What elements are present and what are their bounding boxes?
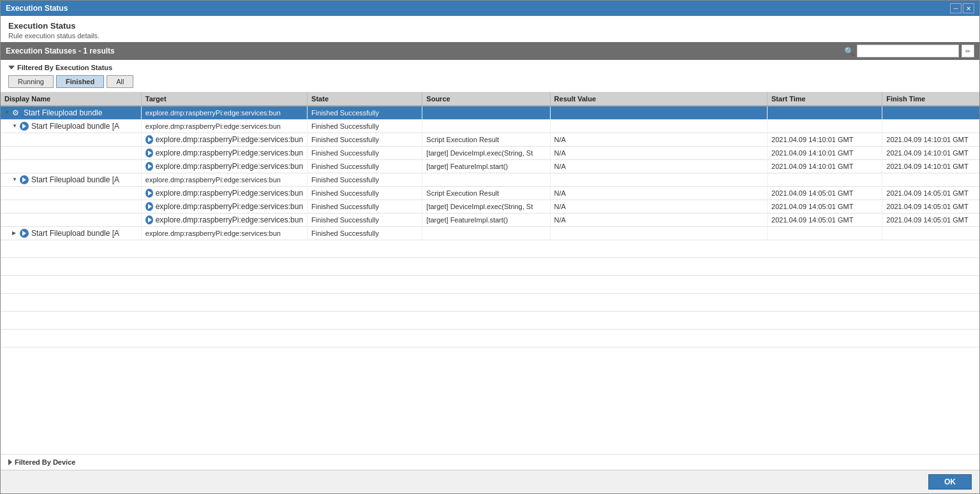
cell-finish (882, 173, 979, 187)
col-header-state: State (308, 92, 422, 106)
filter-label: Filtered By Execution Status (17, 64, 112, 71)
table-row-empty (1, 258, 979, 276)
cell-finish: 2021.04.09 14:10:01 GMT (882, 133, 979, 147)
table-row[interactable]: explore.dmp:raspberryPi:edge:services:bu… (1, 160, 979, 173)
cell-finish (882, 106, 979, 120)
window-body: Execution Status Rule execution status d… (1, 16, 979, 493)
row-display-text: Start Fileupload bundle [A (31, 122, 119, 131)
expand-arrow-icon[interactable]: ▼ (12, 123, 19, 129)
col-header-display: Display Name (1, 92, 141, 106)
cell-finish: 2021.04.09 14:05:01 GMT (882, 200, 979, 214)
cell-finish (882, 120, 979, 133)
cell-target: explore.dmp:raspberryPi:edge:services:bu… (141, 187, 307, 200)
table-row[interactable]: ▶ Start Fileupload bundle [A explore.dmp… (1, 227, 979, 240)
table-container: Display Name Target State Source Result … (1, 92, 979, 454)
cell-display: ▶ Start Fileupload bundle [A (1, 227, 141, 240)
cell-state: Finished Successfully (308, 106, 422, 120)
table-row[interactable]: explore.dmp:raspberryPi:edge:services:bu… (1, 133, 979, 147)
table-header-row: Display Name Target State Source Result … (1, 92, 979, 106)
cell-state: Finished Successfully (308, 160, 422, 173)
cell-result (550, 120, 767, 133)
execution-status-filter: Filtered By Execution Status Running Fin… (1, 60, 979, 92)
expand-arrow-icon[interactable]: ▼ (12, 177, 19, 183)
table-row[interactable]: explore.dmp:raspberryPi:edge:services:bu… (1, 187, 979, 200)
cell-result: N/A (550, 200, 767, 214)
ok-button[interactable]: OK (928, 474, 972, 490)
cell-finish (882, 227, 979, 240)
cell-start: 2021.04.09 14:05:01 GMT (768, 214, 882, 227)
cell-result: N/A (550, 133, 767, 147)
cell-start (768, 173, 882, 187)
cell-display (1, 214, 141, 227)
cell-start (768, 120, 882, 133)
minimize-button[interactable]: ─ (950, 3, 961, 13)
footer-bar: OK (1, 470, 979, 493)
cell-display (1, 160, 141, 173)
toolbar: Execution Statuses - 1 results 🔍 ✏ (1, 42, 979, 60)
play-icon (20, 229, 29, 238)
bottom-filter-toggle[interactable]: Filtered By Device (8, 458, 972, 466)
table-row[interactable]: explore.dmp:raspberryPi:edge:services:bu… (1, 214, 979, 227)
table-row-empty (1, 276, 979, 294)
col-header-result: Result Value (550, 92, 767, 106)
play-icon (145, 215, 153, 224)
cell-finish: 2021.04.09 14:05:01 GMT (882, 187, 979, 200)
cell-state: Finished Successfully (308, 147, 422, 160)
table-row[interactable]: ▼ Start Fileupload bundle [A explore.dmp… (1, 173, 979, 187)
cell-start: 2021.04.09 14:05:01 GMT (768, 200, 882, 214)
play-icon (145, 135, 153, 144)
table-row[interactable]: ▼ Start Fileupload bundle [A explore.dmp… (1, 120, 979, 133)
cell-start (768, 106, 882, 120)
cell-start: 2021.04.09 14:10:01 GMT (768, 160, 882, 173)
cell-source (422, 120, 550, 133)
search-input[interactable] (857, 45, 959, 57)
cell-result (550, 173, 767, 187)
cell-source: [target] FeatureImpl.start() (422, 160, 550, 173)
play-icon (20, 122, 29, 131)
cell-result: N/A (550, 187, 767, 200)
cell-result: N/A (550, 214, 767, 227)
cell-result: N/A (550, 160, 767, 173)
page-title: Execution Status (8, 21, 972, 31)
row-display-text: Start Fileupload bundle [A (31, 229, 119, 238)
bottom-filter-label: Filtered By Device (15, 458, 75, 466)
filter-running-button[interactable]: Running (8, 75, 54, 88)
cell-target: explore.dmp:raspberryPi:edge:services:bu… (141, 133, 307, 147)
cell-finish: 2021.04.09 14:10:01 GMT (882, 160, 979, 173)
play-icon (145, 162, 153, 171)
row-display-text: Start Fileupload bundle (24, 108, 102, 117)
cell-target: explore.dmp:raspberryPi:edge:services:bu… (141, 200, 307, 214)
col-header-finish: Finish Time (882, 92, 979, 106)
cell-state: Finished Successfully (308, 227, 422, 240)
expand-arrow-icon[interactable]: ▶ (12, 230, 19, 236)
cell-start (768, 227, 882, 240)
filter-finished-button[interactable]: Finished (56, 75, 104, 88)
cell-source (422, 106, 550, 120)
table-row[interactable]: ▼ ⚙ Start Fileupload bundle explore.dmp:… (1, 106, 979, 120)
cell-display (1, 147, 141, 160)
cell-source: Script Execution Result (422, 133, 550, 147)
cell-target: explore.dmp:raspberryPi:edge:services:bu… (141, 147, 307, 160)
expand-arrow-icon[interactable]: ▼ (4, 110, 11, 116)
cell-target: explore.dmp:raspberryPi:edge:services:bu… (141, 160, 307, 173)
filter-all-button[interactable]: All (107, 75, 133, 88)
cell-display (1, 133, 141, 147)
cell-state: Finished Successfully (308, 200, 422, 214)
table-row[interactable]: explore.dmp:raspberryPi:edge:services:bu… (1, 200, 979, 214)
cell-target: explore.dmp:raspberryPi:edge:services:bu… (141, 120, 307, 133)
cell-state: Finished Successfully (308, 173, 422, 187)
filter-header-toggle[interactable]: Filtered By Execution Status (8, 64, 972, 71)
table-row[interactable]: explore.dmp:raspberryPi:edge:services:bu… (1, 147, 979, 160)
search-edit-button[interactable]: ✏ (961, 45, 974, 57)
cell-target: explore.dmp:raspberryPi:edge:services:bu… (141, 173, 307, 187)
execution-table: Display Name Target State Source Result … (1, 92, 979, 347)
cell-result (550, 227, 767, 240)
close-button[interactable]: ✕ (963, 3, 974, 13)
cell-display (1, 200, 141, 214)
cell-state: Finished Successfully (308, 187, 422, 200)
cell-finish: 2021.04.09 14:10:01 GMT (882, 147, 979, 160)
cell-source: [target] FeatureImpl.start() (422, 214, 550, 227)
cell-result: N/A (550, 147, 767, 160)
cell-source (422, 173, 550, 187)
table-row-empty (1, 330, 979, 347)
